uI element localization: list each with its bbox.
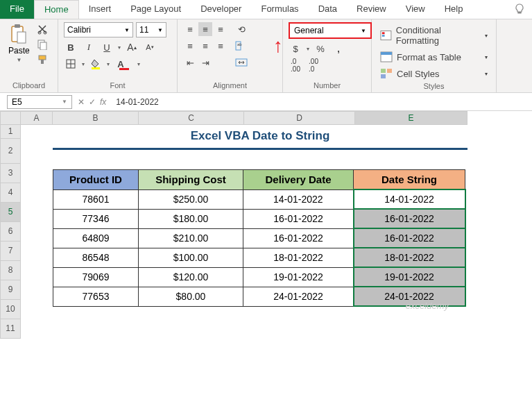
row-header[interactable]: 3 xyxy=(0,164,21,183)
tab-data[interactable]: Data xyxy=(309,0,347,19)
svg-rect-6 xyxy=(40,42,46,50)
header-shipping-cost[interactable]: Shipping Cost xyxy=(139,170,243,190)
header-delivery-date[interactable]: Delivery Date xyxy=(243,170,354,190)
italic-button[interactable]: I xyxy=(82,40,96,54)
number-format-select[interactable]: General▼ xyxy=(289,22,372,39)
row-header[interactable]: 6 xyxy=(0,222,21,242)
align-bottom-icon[interactable]: ≡ xyxy=(214,22,228,36)
percent-icon[interactable]: % xyxy=(314,42,327,56)
cell[interactable]: 24-01-2022 xyxy=(243,287,354,306)
cell[interactable]: $80.00 xyxy=(139,287,243,306)
conditional-formatting-button[interactable]: Conditional Formatting▾ xyxy=(377,24,490,47)
orientation-icon[interactable]: ⟲ xyxy=(234,22,248,36)
tab-home[interactable]: Home xyxy=(34,0,79,19)
col-header-d[interactable]: D xyxy=(244,111,355,125)
cell[interactable]: 16-01-2022 xyxy=(243,228,354,248)
format-painter-icon[interactable] xyxy=(37,54,48,65)
spreadsheet-grid[interactable]: A B C D E 1 2 3 4 5 6 7 8 9 10 11 Excel … xyxy=(0,111,532,339)
svg-rect-20 xyxy=(381,52,392,55)
tab-help[interactable]: Help xyxy=(435,0,473,19)
row-header[interactable]: 9 xyxy=(0,280,21,300)
cell[interactable]: 19-01-2022 xyxy=(243,267,354,287)
cell-styles-button[interactable]: Cell Styles▾ xyxy=(377,67,490,81)
tell-me-icon[interactable] xyxy=(507,0,532,19)
cell[interactable]: 79069 xyxy=(53,267,139,287)
comma-icon[interactable]: , xyxy=(332,42,345,56)
row-header[interactable]: 2 xyxy=(0,139,21,164)
row-header[interactable]: 10 xyxy=(0,300,21,319)
col-header-c[interactable]: C xyxy=(139,111,244,125)
cell[interactable]: $180.00 xyxy=(139,209,243,228)
decrease-indent-icon[interactable]: ⇤ xyxy=(183,56,197,69)
font-size-select[interactable]: 11▼ xyxy=(136,22,166,37)
sheet-title[interactable]: Excel VBA Date to String xyxy=(53,125,467,150)
align-left-icon[interactable]: ≡ xyxy=(183,39,197,53)
currency-icon[interactable]: $ xyxy=(289,42,302,56)
fill-color-icon[interactable] xyxy=(89,57,103,71)
cell[interactable]: 18-01-2022 xyxy=(354,248,465,267)
increase-indent-icon[interactable]: ⇥ xyxy=(198,56,212,69)
tab-developer[interactable]: Developer xyxy=(191,0,251,19)
decrease-font-icon[interactable]: A▾ xyxy=(143,40,157,54)
cell[interactable]: 64809 xyxy=(53,228,139,248)
cell[interactable]: 78601 xyxy=(53,189,139,209)
align-middle-icon[interactable]: ≡ xyxy=(198,22,212,36)
col-header-a[interactable]: A xyxy=(21,111,53,125)
cell[interactable]: 86548 xyxy=(53,248,139,267)
cell[interactable]: $210.00 xyxy=(139,228,243,248)
copy-icon[interactable] xyxy=(37,39,48,50)
row-header[interactable]: 1 xyxy=(0,125,21,139)
cell[interactable]: 77346 xyxy=(53,209,139,228)
format-as-table-button[interactable]: Format as Table▾ xyxy=(377,50,490,64)
cell[interactable]: 16-01-2022 xyxy=(243,209,354,228)
cell[interactable]: 19-01-2022 xyxy=(354,267,465,287)
svg-text:ab: ab xyxy=(237,42,242,47)
cell[interactable]: $100.00 xyxy=(139,248,243,267)
merge-center-icon[interactable] xyxy=(234,56,248,69)
font-name-select[interactable]: Calibri▼ xyxy=(64,22,133,37)
col-header-b[interactable]: B xyxy=(53,111,139,125)
paste-button[interactable]: Paste ▼ xyxy=(6,22,33,65)
cell[interactable]: 77653 xyxy=(53,287,139,306)
row-header[interactable]: 8 xyxy=(0,261,21,280)
header-date-string[interactable]: Date String xyxy=(354,170,465,190)
row-header[interactable]: 7 xyxy=(0,242,21,261)
row-header[interactable]: 4 xyxy=(0,183,21,203)
enter-formula-icon[interactable]: ✓ xyxy=(89,97,96,107)
fx-icon[interactable]: fx xyxy=(100,97,106,107)
bold-button[interactable]: B xyxy=(64,40,78,54)
col-header-e[interactable]: E xyxy=(355,111,467,125)
tab-file[interactable]: File xyxy=(0,0,34,19)
increase-font-icon[interactable]: A▴ xyxy=(125,40,139,54)
align-center-icon[interactable]: ≡ xyxy=(198,39,212,53)
cancel-formula-icon[interactable]: ✕ xyxy=(78,97,85,107)
row-header[interactable]: 11 xyxy=(0,319,21,339)
cell[interactable]: 16-01-2022 xyxy=(354,228,465,248)
cell[interactable]: $250.00 xyxy=(139,189,243,209)
underline-button[interactable]: U xyxy=(100,40,114,54)
cell[interactable]: $120.00 xyxy=(139,267,243,287)
tab-formulas[interactable]: Formulas xyxy=(251,0,308,19)
tab-review[interactable]: Review xyxy=(347,0,396,19)
ribbon-body: Paste ▼ Clipboard Calibri▼ 11▼ B I U ▾ A… xyxy=(0,19,532,93)
cell[interactable]: 18-01-2022 xyxy=(243,248,354,267)
wrap-text-icon[interactable]: ab xyxy=(234,39,248,53)
header-product-id[interactable]: Product ID xyxy=(53,170,139,190)
tab-pagelayout[interactable]: Page Layout xyxy=(121,0,191,19)
tab-insert[interactable]: Insert xyxy=(79,0,121,19)
align-right-icon[interactable]: ≡ xyxy=(214,39,228,53)
cell[interactable]: 16-01-2022 xyxy=(354,209,465,228)
cell[interactable]: 14-01-2022 xyxy=(243,189,354,209)
borders-icon[interactable] xyxy=(64,57,78,71)
name-box[interactable]: E5▼ xyxy=(7,95,72,109)
formula-input[interactable]: 14-01-2022 xyxy=(112,97,532,107)
align-top-icon[interactable]: ≡ xyxy=(183,22,197,36)
increase-decimal-icon[interactable]: .0.00 xyxy=(289,58,302,72)
active-cell[interactable]: 14-01-2022 xyxy=(354,189,465,209)
tab-view[interactable]: View xyxy=(396,0,435,19)
row-header[interactable]: 5 xyxy=(0,203,21,222)
group-styles: Conditional Formatting▾ Format as Table▾… xyxy=(372,19,497,92)
select-all-corner[interactable] xyxy=(0,111,21,125)
decrease-decimal-icon[interactable]: .00.0 xyxy=(307,58,320,72)
cut-icon[interactable] xyxy=(37,24,48,35)
